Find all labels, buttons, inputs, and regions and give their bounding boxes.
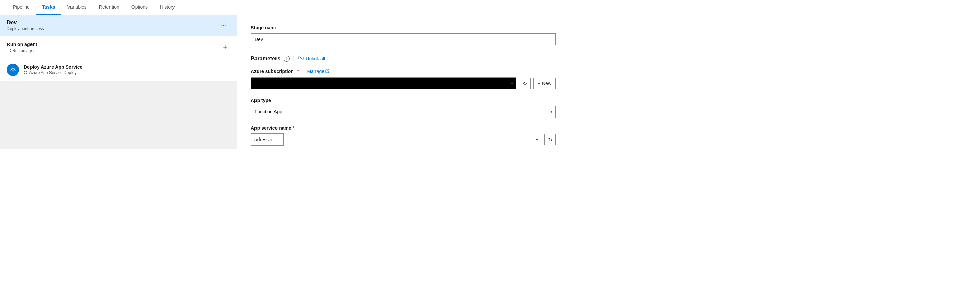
unlink-all-label: Unlink all xyxy=(305,56,325,61)
deploy-task-item[interactable]: Deploy Azure App Service Azure App Servi… xyxy=(0,59,237,81)
svg-rect-9 xyxy=(26,73,27,74)
main-content: Dev Deployment process ··· Run on agent xyxy=(0,15,980,298)
app-service-chevron-icon: ▾ xyxy=(536,137,538,142)
subscription-dropdown[interactable] xyxy=(251,77,516,89)
pipe-divider2: | xyxy=(302,68,304,74)
svg-rect-7 xyxy=(26,71,27,72)
azure-subscription-section: Azure subscription * | Manage xyxy=(251,68,966,89)
stage-name-label: Stage name xyxy=(251,25,556,30)
svg-rect-8 xyxy=(24,73,25,74)
refresh-icon: ↻ xyxy=(523,80,527,87)
parameters-title: Parameters xyxy=(251,55,280,62)
subscription-dropdown-wrapper: ▾ xyxy=(251,77,516,89)
manage-link[interactable]: Manage xyxy=(307,69,329,74)
stage-title: Dev xyxy=(7,20,44,26)
external-link-icon xyxy=(325,69,329,74)
add-task-button[interactable]: + xyxy=(220,42,230,53)
stage-header: Dev Deployment process ··· xyxy=(0,15,237,36)
task-subname-icon xyxy=(24,70,28,76)
stage-header-info: Dev Deployment process xyxy=(7,20,44,31)
svg-line-11 xyxy=(327,70,329,71)
required-asterisk-subscription: * xyxy=(297,69,299,74)
run-on-agent-section[interactable]: Run on agent Run on agent + xyxy=(0,36,237,59)
tab-history[interactable]: History xyxy=(154,0,181,14)
task-name: Deploy Azure App Service xyxy=(24,64,82,70)
left-panel: Dev Deployment process ··· Run on agent xyxy=(0,15,237,298)
app-service-dropdown-wrapper: adresser ▾ xyxy=(251,133,541,146)
svg-rect-6 xyxy=(24,71,25,72)
new-plus-icon: + xyxy=(538,81,541,86)
app-service-section: App service name * adresser ▾ ↻ xyxy=(251,125,556,146)
app-service-dropdown[interactable]: adresser xyxy=(251,133,284,146)
grid-icon xyxy=(7,49,11,53)
subscription-new-button[interactable]: + New xyxy=(533,78,556,89)
svg-line-10 xyxy=(298,56,304,60)
parameters-header: Parameters i | Unlink all xyxy=(251,55,966,62)
agent-title-text: Run on agent xyxy=(7,42,37,47)
tab-pipeline[interactable]: Pipeline xyxy=(7,0,36,14)
app-service-label-text: App service name xyxy=(251,125,291,131)
new-btn-label: New xyxy=(542,81,551,86)
app-type-select-wrapper: Function App Web App API App ▾ xyxy=(251,106,556,118)
svg-rect-3 xyxy=(9,51,11,52)
manage-label: Manage xyxy=(307,69,324,74)
info-icon[interactable]: i xyxy=(284,55,290,62)
svg-rect-1 xyxy=(9,49,11,51)
task-info: Deploy Azure App Service Azure App Servi… xyxy=(24,64,82,76)
left-filler xyxy=(0,81,237,149)
pipe-divider: | xyxy=(293,55,294,62)
stage-more-button[interactable]: ··· xyxy=(218,21,230,30)
tab-retention[interactable]: Retention xyxy=(93,0,126,14)
subscription-dropdown-row: ▾ ↻ + New xyxy=(251,77,556,89)
tab-tasks[interactable]: Tasks xyxy=(36,0,61,14)
stage-name-section: Stage name xyxy=(251,25,556,45)
app-service-refresh-button[interactable]: ↻ xyxy=(544,134,556,145)
svg-point-5 xyxy=(12,70,14,72)
tab-options[interactable]: Options xyxy=(126,0,154,14)
app-service-row: adresser ▾ ↻ xyxy=(251,133,556,146)
deploy-task-icon xyxy=(7,63,19,76)
svg-rect-2 xyxy=(7,51,8,52)
app-type-section: App type Function App Web App API App ▾ xyxy=(251,98,556,118)
subscription-refresh-button[interactable]: ↻ xyxy=(519,78,531,89)
agent-subtitle: Run on agent xyxy=(7,48,37,53)
task-subname-text: Azure App Service Deploy xyxy=(29,70,76,75)
app-service-label: App service name * xyxy=(251,125,556,131)
stage-name-input[interactable] xyxy=(251,33,556,45)
agent-title: Run on agent xyxy=(7,42,37,47)
unlink-all-button[interactable]: Unlink all xyxy=(298,55,325,62)
app-type-dropdown[interactable]: Function App Web App API App xyxy=(251,106,556,118)
app-type-label: App type xyxy=(251,98,556,103)
app-service-refresh-icon: ↻ xyxy=(548,136,552,143)
task-subname: Azure App Service Deploy xyxy=(24,70,82,76)
unlink-icon xyxy=(298,55,304,62)
stage-subtitle: Deployment process xyxy=(7,26,44,31)
azure-subscription-label: Azure subscription xyxy=(251,69,294,74)
top-nav: Pipeline Tasks Variables Retention Optio… xyxy=(0,0,980,15)
agent-info: Run on agent Run on agent xyxy=(7,42,37,53)
agent-subtitle-text: Run on agent xyxy=(12,48,37,53)
tab-variables[interactable]: Variables xyxy=(61,0,93,14)
svg-rect-0 xyxy=(7,49,8,51)
subscription-label-row: Azure subscription * | Manage xyxy=(251,68,966,74)
required-asterisk-app-service: * xyxy=(293,125,294,131)
right-panel: Stage name Parameters i | Unlink all xyxy=(237,15,980,298)
